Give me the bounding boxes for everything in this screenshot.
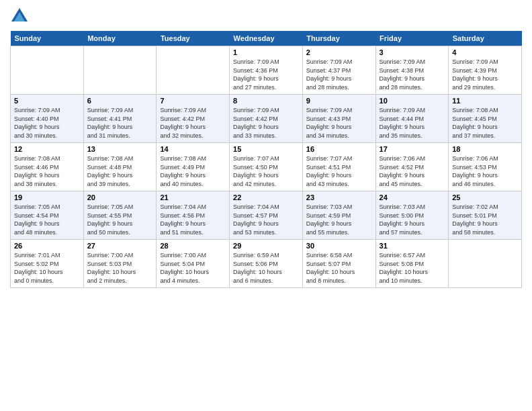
- calendar-cell: 14Sunrise: 7:08 AM Sunset: 4:49 PM Dayli…: [157, 143, 230, 191]
- day-number: 6: [87, 97, 153, 105]
- calendar-week-3: 12Sunrise: 7:08 AM Sunset: 4:46 PM Dayli…: [11, 143, 522, 191]
- calendar-cell: 24Sunrise: 7:03 AM Sunset: 5:00 PM Dayli…: [375, 191, 449, 240]
- day-info: Sunrise: 7:07 AM Sunset: 4:51 PM Dayligh…: [306, 154, 372, 188]
- day-number: 20: [87, 193, 153, 201]
- day-info: Sunrise: 7:09 AM Sunset: 4:38 PM Dayligh…: [380, 58, 445, 91]
- day-info: Sunrise: 6:58 AM Sunset: 5:07 PM Dayligh…: [306, 251, 372, 285]
- day-info: Sunrise: 6:57 AM Sunset: 5:08 PM Dayligh…: [380, 251, 445, 285]
- day-number: 14: [160, 145, 226, 153]
- day-info: Sunrise: 7:01 AM Sunset: 5:02 PM Dayligh…: [14, 251, 80, 285]
- calendar-cell: 6Sunrise: 7:09 AM Sunset: 4:41 PM Daylig…: [83, 95, 157, 143]
- day-info: Sunrise: 7:09 AM Sunset: 4:36 PM Dayligh…: [233, 58, 299, 91]
- calendar-cell: 9Sunrise: 7:09 AM Sunset: 4:43 PM Daylig…: [302, 95, 375, 143]
- day-number: 19: [14, 193, 80, 201]
- calendar-cell: 8Sunrise: 7:09 AM Sunset: 4:42 PM Daylig…: [230, 95, 303, 143]
- day-number: 10: [380, 97, 445, 105]
- day-info: Sunrise: 7:02 AM Sunset: 5:01 PM Dayligh…: [452, 203, 518, 236]
- calendar-cell: 19Sunrise: 7:05 AM Sunset: 4:54 PM Dayli…: [11, 191, 84, 240]
- calendar-cell: 21Sunrise: 7:04 AM Sunset: 4:56 PM Dayli…: [157, 191, 230, 240]
- day-number: 21: [160, 193, 226, 201]
- calendar-cell: 27Sunrise: 7:00 AM Sunset: 5:03 PM Dayli…: [83, 240, 157, 288]
- day-info: Sunrise: 7:00 AM Sunset: 5:04 PM Dayligh…: [160, 251, 226, 285]
- calendar-header-thursday: Thursday: [302, 31, 375, 46]
- calendar-cell: 23Sunrise: 7:03 AM Sunset: 4:59 PM Dayli…: [302, 191, 375, 240]
- calendar-cell: 11Sunrise: 7:08 AM Sunset: 4:45 PM Dayli…: [449, 95, 522, 143]
- calendar-cell: 28Sunrise: 7:00 AM Sunset: 5:04 PM Dayli…: [157, 240, 230, 288]
- calendar-cell: 15Sunrise: 7:07 AM Sunset: 4:50 PM Dayli…: [230, 143, 303, 191]
- calendar-header-sunday: Sunday: [11, 31, 84, 46]
- day-number: 31: [380, 242, 445, 250]
- day-number: 15: [233, 145, 299, 153]
- calendar-cell: 22Sunrise: 7:04 AM Sunset: 4:57 PM Dayli…: [230, 191, 303, 240]
- day-number: 16: [306, 145, 372, 153]
- calendar-cell: 10Sunrise: 7:09 AM Sunset: 4:44 PM Dayli…: [375, 95, 449, 143]
- day-info: Sunrise: 7:09 AM Sunset: 4:40 PM Dayligh…: [14, 106, 80, 140]
- day-number: 2: [306, 48, 372, 56]
- calendar-cell: 2Sunrise: 7:09 AM Sunset: 4:37 PM Daylig…: [302, 46, 375, 95]
- logo: [10, 7, 32, 26]
- calendar-week-2: 5Sunrise: 7:09 AM Sunset: 4:40 PM Daylig…: [11, 95, 522, 143]
- calendar-header-wednesday: Wednesday: [230, 31, 303, 46]
- day-number: 17: [380, 145, 445, 153]
- day-info: Sunrise: 7:08 AM Sunset: 4:46 PM Dayligh…: [14, 154, 80, 188]
- calendar-cell: [11, 46, 84, 95]
- day-number: 4: [452, 48, 518, 56]
- calendar-cell: 13Sunrise: 7:08 AM Sunset: 4:48 PM Dayli…: [83, 143, 157, 191]
- day-number: 24: [380, 193, 445, 201]
- calendar-table: SundayMondayTuesdayWednesdayThursdayFrid…: [10, 31, 522, 288]
- calendar-cell: 29Sunrise: 6:59 AM Sunset: 5:06 PM Dayli…: [230, 240, 303, 288]
- calendar-cell: 18Sunrise: 7:06 AM Sunset: 4:53 PM Dayli…: [449, 143, 522, 191]
- day-info: Sunrise: 7:08 AM Sunset: 4:48 PM Dayligh…: [87, 154, 153, 188]
- calendar-cell: 31Sunrise: 6:57 AM Sunset: 5:08 PM Dayli…: [375, 240, 449, 288]
- calendar-cell: [449, 240, 522, 288]
- page: SundayMondayTuesdayWednesdayThursdayFrid…: [0, 0, 532, 411]
- day-number: 13: [87, 145, 153, 153]
- day-info: Sunrise: 7:06 AM Sunset: 4:53 PM Dayligh…: [452, 154, 518, 188]
- day-number: 26: [14, 242, 80, 250]
- day-info: Sunrise: 7:09 AM Sunset: 4:41 PM Dayligh…: [87, 106, 153, 140]
- calendar-cell: 1Sunrise: 7:09 AM Sunset: 4:36 PM Daylig…: [230, 46, 303, 95]
- calendar-cell: 17Sunrise: 7:06 AM Sunset: 4:52 PM Dayli…: [375, 143, 449, 191]
- logo-icon: [10, 7, 29, 26]
- calendar-cell: 12Sunrise: 7:08 AM Sunset: 4:46 PM Dayli…: [11, 143, 84, 191]
- day-number: 8: [233, 97, 299, 105]
- calendar-header-tuesday: Tuesday: [157, 31, 230, 46]
- day-info: Sunrise: 7:08 AM Sunset: 4:49 PM Dayligh…: [160, 154, 226, 188]
- day-info: Sunrise: 7:04 AM Sunset: 4:57 PM Dayligh…: [233, 203, 299, 236]
- day-info: Sunrise: 7:03 AM Sunset: 4:59 PM Dayligh…: [306, 203, 372, 236]
- calendar-cell: 30Sunrise: 6:58 AM Sunset: 5:07 PM Dayli…: [302, 240, 375, 288]
- day-info: Sunrise: 6:59 AM Sunset: 5:06 PM Dayligh…: [233, 251, 299, 285]
- calendar-week-1: 1Sunrise: 7:09 AM Sunset: 4:36 PM Daylig…: [11, 46, 522, 95]
- day-info: Sunrise: 7:09 AM Sunset: 4:39 PM Dayligh…: [452, 58, 518, 91]
- calendar-week-5: 26Sunrise: 7:01 AM Sunset: 5:02 PM Dayli…: [11, 240, 522, 288]
- day-number: 3: [380, 48, 445, 56]
- calendar-week-4: 19Sunrise: 7:05 AM Sunset: 4:54 PM Dayli…: [11, 191, 522, 240]
- day-info: Sunrise: 7:07 AM Sunset: 4:50 PM Dayligh…: [233, 154, 299, 188]
- calendar-cell: 5Sunrise: 7:09 AM Sunset: 4:40 PM Daylig…: [11, 95, 84, 143]
- day-number: 23: [306, 193, 372, 201]
- day-number: 22: [233, 193, 299, 201]
- day-info: Sunrise: 7:06 AM Sunset: 4:52 PM Dayligh…: [380, 154, 445, 188]
- day-number: 12: [14, 145, 80, 153]
- header: [10, 7, 522, 26]
- calendar-cell: 25Sunrise: 7:02 AM Sunset: 5:01 PM Dayli…: [449, 191, 522, 240]
- calendar-header-row: SundayMondayTuesdayWednesdayThursdayFrid…: [11, 31, 522, 46]
- calendar-cell: [83, 46, 157, 95]
- calendar-cell: 20Sunrise: 7:05 AM Sunset: 4:55 PM Dayli…: [83, 191, 157, 240]
- day-number: 27: [87, 242, 153, 250]
- calendar-header-friday: Friday: [375, 31, 449, 46]
- day-number: 9: [306, 97, 372, 105]
- day-info: Sunrise: 7:03 AM Sunset: 5:00 PM Dayligh…: [380, 203, 445, 236]
- day-info: Sunrise: 7:09 AM Sunset: 4:37 PM Dayligh…: [306, 58, 372, 91]
- day-info: Sunrise: 7:09 AM Sunset: 4:43 PM Dayligh…: [306, 106, 372, 140]
- day-info: Sunrise: 7:09 AM Sunset: 4:44 PM Dayligh…: [380, 106, 445, 140]
- calendar-cell: 26Sunrise: 7:01 AM Sunset: 5:02 PM Dayli…: [11, 240, 84, 288]
- calendar-header-monday: Monday: [83, 31, 157, 46]
- calendar-cell: 7Sunrise: 7:09 AM Sunset: 4:42 PM Daylig…: [157, 95, 230, 143]
- day-info: Sunrise: 7:09 AM Sunset: 4:42 PM Dayligh…: [160, 106, 226, 140]
- calendar-cell: 4Sunrise: 7:09 AM Sunset: 4:39 PM Daylig…: [449, 46, 522, 95]
- day-number: 11: [452, 97, 518, 105]
- day-number: 1: [233, 48, 299, 56]
- day-number: 5: [14, 97, 80, 105]
- calendar-header-saturday: Saturday: [449, 31, 522, 46]
